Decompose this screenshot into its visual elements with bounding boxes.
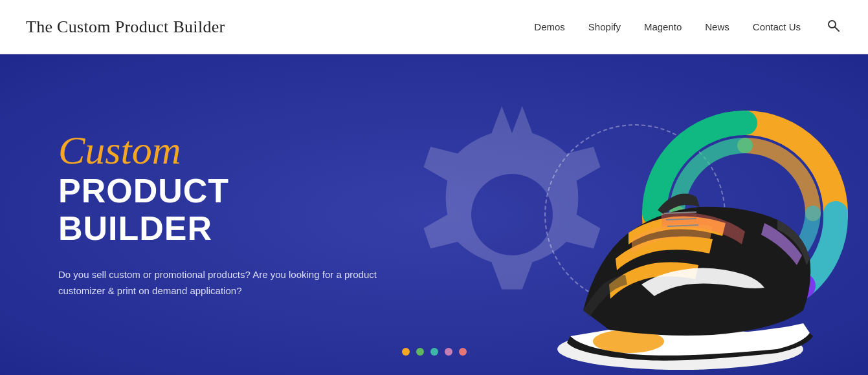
search-icon — [827, 19, 840, 32]
hero-custom-label: Custom — [58, 130, 388, 170]
dot-1[interactable] — [402, 348, 410, 356]
hero-content: Custom PRODUCT BUILDER Do you sell custo… — [0, 130, 388, 299]
nav-item-magento[interactable]: Magento — [644, 21, 682, 32]
hero-product-builder-label: PRODUCT BUILDER — [58, 173, 388, 246]
svg-line-1 — [835, 27, 839, 31]
search-icon-button[interactable] — [824, 16, 842, 38]
dot-2[interactable] — [416, 348, 424, 356]
nav-item-news[interactable]: News — [705, 21, 729, 32]
main-nav: Demos Shopify Magento News Contact Us — [534, 16, 842, 38]
dot-3[interactable] — [430, 348, 438, 356]
site-header: The Custom Product Builder Demos Shopify… — [0, 0, 868, 54]
product-shoe-image — [531, 129, 842, 375]
nav-item-shopify[interactable]: Shopify — [588, 21, 621, 32]
site-logo[interactable]: The Custom Product Builder — [26, 17, 225, 37]
dot-4[interactable] — [445, 348, 452, 356]
shoe-svg — [531, 129, 842, 375]
hero-carousel-dots — [402, 348, 467, 356]
hero-description: Do you sell custom or promotional produc… — [58, 266, 382, 299]
nav-item-demos[interactable]: Demos — [534, 21, 565, 32]
nav-item-contact[interactable]: Contact Us — [753, 21, 801, 32]
hero-section: Custom PRODUCT BUILDER Do you sell custo… — [0, 54, 868, 375]
dot-5[interactable] — [459, 348, 467, 356]
